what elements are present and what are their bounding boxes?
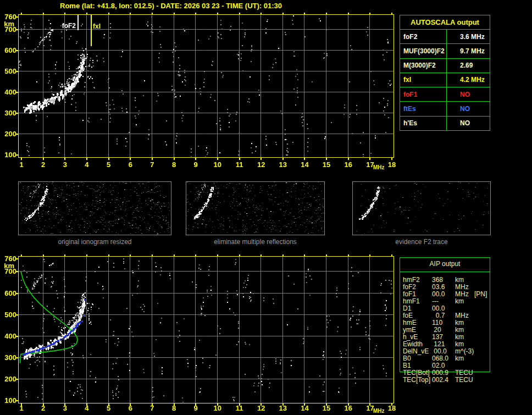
y-axis-tick-label: 600 xyxy=(0,47,16,54)
aip-header-divider xyxy=(400,272,490,272)
top-ionogram-plot xyxy=(14,12,398,163)
autoscala-row-fof1: foF1NO xyxy=(400,87,490,102)
fxi-marker-label: fxI xyxy=(93,23,115,30)
x-axis-tick-label: 2 xyxy=(36,405,51,412)
aip-row-d1: D100.0 xyxy=(400,305,491,312)
aip-param-value: 002.4 xyxy=(432,377,448,384)
aip-param-label: TEC[Top] xyxy=(403,377,430,384)
autoscala-param-value: 3.6 MHz xyxy=(447,30,490,43)
autoscala-output-table: AUTOSCALA output foF23.6 MHzMUF(3000)F29… xyxy=(400,15,490,131)
autoscala-param-label: M(3000)F2 xyxy=(400,59,447,73)
thumbnail-original-ionogram xyxy=(18,181,171,235)
autoscala-row-fof2: foF23.6 MHz xyxy=(400,30,490,44)
x-axis-tick-label: 18 xyxy=(385,405,399,412)
autoscala-param-label: h'Es xyxy=(400,117,447,130)
autoscala-param-value: 2.69 xyxy=(447,59,490,73)
x-axis-tick-label: 2 xyxy=(36,161,51,168)
autoscala-param-value: NO xyxy=(447,117,490,130)
x-axis-tick-label: 9 xyxy=(189,161,203,168)
autoscala-row-fxi: fxI4.2 MHz xyxy=(400,73,490,87)
aip-param-unit: TECU xyxy=(455,377,473,384)
autoscala-param-label: ftEs xyxy=(400,102,447,115)
x-axis-tick-label: 5 xyxy=(102,161,116,168)
autoscala-row-muf3000f2: MUF(3000)F29.7 MHz xyxy=(400,44,490,58)
autoscala-table-rows: foF23.6 MHzMUF(3000)F29.7 MHzM(3000)F22.… xyxy=(400,30,490,130)
autoscala-param-value: NO xyxy=(447,87,490,101)
x-axis-tick-label: 10 xyxy=(210,405,225,412)
autoscala-param-value: NO xyxy=(447,102,490,115)
x-axis-tick-label: 14 xyxy=(297,405,312,412)
x-axis-unit-label: MHz xyxy=(373,164,385,170)
x-axis-tick-label: 14 xyxy=(297,161,312,168)
autoscala-param-label: foF1 xyxy=(400,87,447,101)
y-axis-tick-label: 500 xyxy=(0,68,16,75)
x-axis-tick-label: 3 xyxy=(58,161,72,168)
x-axis-tick-label: 6 xyxy=(123,405,137,412)
thumbnail-caption-3: evidence F2 trace xyxy=(352,239,491,246)
y-axis-tick-label: 100 xyxy=(0,397,16,404)
y-axis-tick-label: 300 xyxy=(0,109,16,117)
x-axis-tick-label: 8 xyxy=(167,405,181,412)
x-axis-tick-label: 15 xyxy=(319,161,334,168)
y-axis-tick-label: 700 xyxy=(0,26,16,33)
autoscala-param-value: 4.2 MHz xyxy=(447,73,490,87)
thumbnail-evidence-f2-trace xyxy=(352,181,491,235)
x-axis-tick-label: 8 xyxy=(167,161,181,168)
x-axis-tick-label: 13 xyxy=(276,405,290,412)
thumbnail-caption-1: original ionogram resized xyxy=(18,239,171,246)
x-axis-tick-label: 11 xyxy=(232,405,247,412)
autoscala-param-label: foF2 xyxy=(400,30,447,43)
thumbnail-caption-2: eliminate multiple reflections xyxy=(186,239,325,246)
aip-row-hmf1: hmF1---km xyxy=(400,298,491,305)
x-axis-tick-label: 3 xyxy=(58,405,72,412)
x-axis-tick-label: 1 xyxy=(14,161,29,168)
x-axis-tick-label: 13 xyxy=(276,161,290,168)
autoscala-row-m3000f2: M(3000)F22.69 xyxy=(400,59,490,73)
aip-output-table: AIP output hmF2368kmfoF203.6MHzfoF100.0M… xyxy=(400,257,491,387)
aip-table-header: AIP output xyxy=(400,260,490,268)
aip-param-unit: km xyxy=(455,355,464,362)
autoscala-table-header: AUTOSCALA output xyxy=(400,15,490,30)
x-axis-tick-label: 12 xyxy=(254,161,268,168)
bottom-ionogram-plot xyxy=(14,254,398,408)
x-axis-tick-label: 16 xyxy=(341,405,356,412)
autoscala-param-label: fxI xyxy=(400,73,447,87)
y-axis-tick-label: 200 xyxy=(0,375,16,383)
y-axis-tick-label: 200 xyxy=(0,130,16,137)
autoscala-window: Rome (lat: +41.8, lon: 012.5) - DATE: 20… xyxy=(0,0,532,415)
x-axis-tick-label: 11 xyxy=(232,161,247,168)
x-axis-tick-label: 7 xyxy=(145,161,159,168)
thumbnail-eliminate-reflections xyxy=(186,181,325,235)
x-axis-tick-label: 1 xyxy=(14,405,29,412)
y-axis-tick-label: 500 xyxy=(0,311,16,318)
x-axis-tick-label: 9 xyxy=(189,405,203,412)
y-axis-tick-label: 600 xyxy=(0,290,16,297)
fof2-marker-label: foF2 xyxy=(48,23,76,30)
x-axis-tick-label: 5 xyxy=(102,405,116,412)
aip-param-note: [PN] xyxy=(474,291,487,298)
aip-row-tectop: TEC[Top]002.4TECU xyxy=(400,377,491,384)
y-axis-tick-label: 700 xyxy=(0,268,16,275)
x-axis-tick-label: 7 xyxy=(145,405,159,412)
x-axis-tick-label: 10 xyxy=(210,161,225,168)
x-axis-tick-label: 16 xyxy=(341,161,356,168)
x-axis-tick-label: 4 xyxy=(80,161,94,168)
autoscala-param-label: MUF(3000)F2 xyxy=(400,44,447,58)
y-axis-tick-label: 400 xyxy=(0,333,16,340)
x-axis-unit-label: MHz xyxy=(373,408,385,414)
x-axis-tick-label: 15 xyxy=(319,405,334,412)
autoscala-param-value: 9.7 MHz xyxy=(447,44,490,58)
y-axis-tick-label: 400 xyxy=(0,88,16,96)
x-axis-tick-label: 12 xyxy=(254,405,268,412)
y-axis-tick-label: 300 xyxy=(0,354,16,361)
autoscala-row-ftes: ftEsNO xyxy=(400,102,490,116)
page-title: Rome (lat: +41.8, lon: 012.5) - DATE: 20… xyxy=(0,2,342,10)
autoscala-row-hes: h'EsNO xyxy=(400,117,490,130)
x-axis-tick-label: 18 xyxy=(385,161,399,168)
x-axis-tick-label: 4 xyxy=(80,405,94,412)
aip-param-unit: km xyxy=(455,298,464,305)
y-axis-tick-label: 100 xyxy=(0,151,16,158)
x-axis-tick-label: 6 xyxy=(123,161,137,168)
aip-row-b0: B0068.0km xyxy=(400,355,491,362)
